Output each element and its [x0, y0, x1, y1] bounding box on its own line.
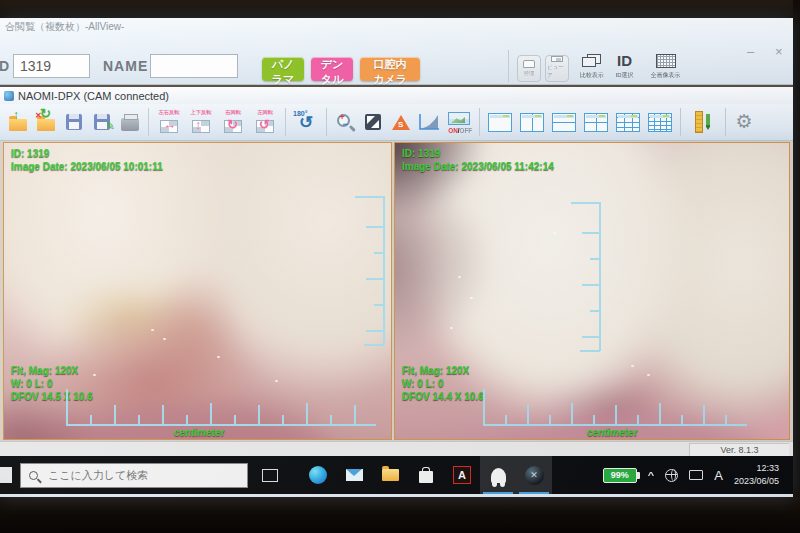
id-label: ID	[0, 58, 9, 74]
manage-button[interactable]: 管理	[517, 55, 541, 82]
rotate-180-button[interactable]: 180° ↺	[291, 107, 321, 137]
save-button[interactable]	[61, 107, 87, 137]
flip-vertical-icon: ↕	[192, 120, 210, 133]
explorer-app-button[interactable]	[372, 456, 408, 494]
search-input[interactable]	[46, 468, 216, 482]
intraoral-camera-button[interactable]: 口腔内カメラ	[360, 57, 420, 81]
panorama-button[interactable]: パノラマ	[262, 57, 304, 81]
name-label: NAME	[103, 58, 148, 74]
viewer-button[interactable]: ビューア	[545, 55, 569, 82]
measure-button[interactable]	[686, 107, 720, 137]
dental-app-button[interactable]	[480, 456, 516, 494]
rotate-left-button[interactable]: 左回転 ↺	[250, 107, 280, 137]
open-import-button[interactable]: ↑	[5, 107, 31, 137]
intraoral-image-2[interactable]: ID: 1319 Image Date: 2023/06/05 11:42:14…	[394, 142, 790, 440]
layout-2x2-button[interactable]	[581, 107, 611, 137]
overlay-onoff-button[interactable]: ON/OFF	[444, 107, 474, 137]
all-images-label: 全画像表示	[651, 71, 681, 80]
ruler-unit-label: centimeter	[174, 427, 225, 438]
rotate-left-icon: ↺	[256, 120, 274, 133]
ruler-unit-label: centimeter	[587, 427, 638, 438]
layout-1-icon	[488, 113, 512, 132]
printer-icon	[121, 118, 139, 131]
off-label: OFF	[460, 127, 473, 133]
horizontal-ruler	[66, 383, 378, 429]
zoom-button[interactable]: +−	[332, 107, 358, 137]
histogram-curve-icon	[418, 113, 440, 131]
system-tray: 99% ^ A 12:332023/06/05	[603, 462, 793, 487]
close-button[interactable]: ×	[775, 44, 783, 59]
mail-app-button[interactable]	[336, 456, 372, 494]
naomi-dpx-window: NAOMI-DPX (CAM connected) ↑ ↻✕ ✎ 左右反転 ↔ …	[0, 85, 793, 456]
tray-chevron-icon[interactable]: ^	[648, 470, 654, 480]
layout-4x4-icon	[648, 113, 672, 132]
layout-2col-icon	[520, 113, 544, 132]
monitor-bezel-right	[793, 0, 800, 533]
divider	[508, 50, 509, 82]
store-app-button[interactable]	[408, 456, 444, 494]
layout-4x4-button[interactable]	[645, 107, 675, 137]
layout-2row-button[interactable]	[549, 107, 579, 137]
start-button[interactable]	[0, 467, 12, 483]
ruler-pencil-icon	[695, 111, 703, 133]
naomi-window-title: NAOMI-DPX (CAM connected)	[18, 90, 169, 102]
all-images-button[interactable]: 全画像表示	[648, 54, 683, 80]
settings-gear-icon: ⚙	[735, 112, 752, 132]
naomi-toolbar: ↑ ↻✕ ✎ 左右反転 ↔ 上下反転 ↕ 右回転 ↻	[0, 104, 793, 141]
battery-indicator[interactable]: 99%	[603, 468, 637, 483]
flip-horizontal-icon: ↔	[160, 120, 178, 133]
naomi-title-bar: NAOMI-DPX (CAM connected)	[0, 87, 793, 104]
layout-single-button[interactable]	[485, 107, 515, 137]
ime-indicator[interactable]: A	[714, 468, 723, 483]
layout-2x2-icon	[584, 113, 608, 132]
allview-window-title: 合閲覧（複数枚）-AllView-	[5, 20, 124, 34]
divider	[326, 108, 327, 136]
dental-button[interactable]: デンタル	[311, 57, 353, 81]
save-edit-icon: ✎	[94, 114, 110, 130]
sharpen-button[interactable]: S	[388, 107, 414, 137]
fit-screen-button[interactable]	[360, 107, 386, 137]
histogram-button[interactable]	[416, 107, 442, 137]
clock-time: 12:33	[756, 463, 779, 473]
id-select-button[interactable]: ID ID選択	[614, 54, 635, 80]
id-text-icon: ID	[617, 54, 632, 68]
network-globe-icon[interactable]	[665, 469, 678, 482]
edge-app-button[interactable]	[300, 456, 336, 494]
camera-app-button[interactable]: ✕	[516, 456, 552, 494]
touchpad-icon[interactable]	[689, 470, 703, 480]
image-params-overlay: Fit, Mag: 120X W: 0 L: 0 DFOV 14.4 X 10.…	[402, 364, 484, 403]
taskbar-clock[interactable]: 12:332023/06/05	[734, 462, 779, 487]
manage-button-label: 管理	[524, 69, 535, 77]
compare-display-button[interactable]: 比較表示	[578, 54, 606, 80]
acrobat-app-button[interactable]: A	[444, 456, 480, 494]
print-button[interactable]	[117, 107, 143, 137]
rotate-right-button[interactable]: 右回転 ↻	[218, 107, 248, 137]
layout-3x3-button[interactable]	[613, 107, 643, 137]
divider	[725, 108, 726, 136]
magnifier-icon: +−	[337, 114, 350, 127]
taskbar-search[interactable]	[20, 463, 248, 488]
flip-horizontal-button[interactable]: 左右反転 ↔	[154, 107, 184, 137]
save-as-button[interactable]: ✎	[89, 107, 115, 137]
patient-name-input[interactable]	[150, 54, 238, 78]
compare-display-label: 比較表示	[580, 71, 604, 80]
divider	[479, 108, 480, 136]
monitor-screen: 合閲覧（複数枚）-AllView- ID NAME パノラマ デンタル 口腔内カ…	[0, 18, 793, 497]
horizontal-ruler	[483, 383, 749, 429]
divider	[285, 108, 286, 136]
rotate-left-label: 左回転	[257, 108, 273, 116]
intraoral-image-1[interactable]: ID: 1319 Image Date: 2023/06/05 10:01:11…	[3, 142, 392, 440]
flip-vertical-button[interactable]: 上下反転 ↕	[186, 107, 216, 137]
minimize-button[interactable]: –	[747, 44, 754, 59]
compare-windows-icon	[582, 54, 602, 68]
layout-2col-button[interactable]	[517, 107, 547, 137]
rotate-right-icon: ↻	[224, 120, 242, 133]
reload-button[interactable]: ↻✕	[33, 107, 59, 137]
patient-id-input[interactable]	[13, 54, 90, 78]
task-view-button[interactable]	[262, 469, 278, 482]
monitor-icon	[551, 56, 563, 62]
divider	[148, 108, 149, 136]
settings-button[interactable]: ⚙	[731, 107, 757, 137]
vertical-ruler	[351, 195, 387, 347]
store-icon	[419, 471, 433, 483]
